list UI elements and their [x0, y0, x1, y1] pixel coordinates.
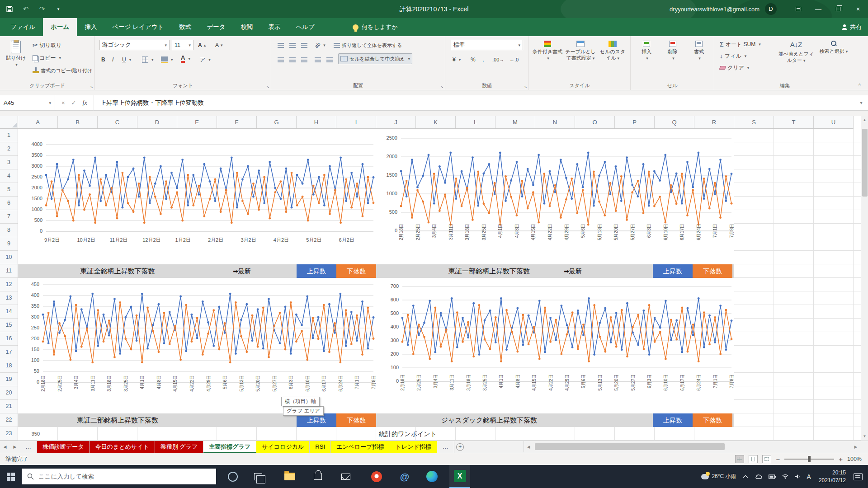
legend-up-cell[interactable]: 上昇数	[297, 264, 336, 278]
sheet-tab-7[interactable]: トレンド指標	[390, 441, 437, 453]
align-right-button[interactable]	[299, 54, 309, 65]
row-header-12[interactable]: 12	[0, 278, 18, 291]
chart-jasdaq[interactable]: 70060050040030020010002月18日2月25日3月4日3月11…	[376, 278, 734, 413]
delete-cells-button[interactable]: 削除▾	[660, 39, 685, 61]
sheet-tab-0[interactable]: 株価診断データ	[37, 441, 90, 453]
stat-note-cell[interactable]: 統計的ワンポイント	[379, 427, 437, 441]
row-header-17[interactable]: 17	[0, 346, 18, 359]
paste-button[interactable]: 貼り付け▾	[3, 39, 29, 68]
share-button[interactable]: 共有	[842, 18, 862, 36]
ribbon-tab-8[interactable]: ヘルプ	[288, 18, 322, 36]
show-desktop-button[interactable]	[866, 465, 868, 488]
horizontal-scroll-thumb[interactable]	[535, 443, 725, 450]
column-header-D[interactable]: D	[137, 116, 177, 128]
sheet-overflow-left[interactable]: …	[20, 441, 37, 453]
borders-button[interactable]: ▾	[140, 54, 156, 65]
sheet-nav-right-icon[interactable]: ▶	[10, 441, 20, 453]
insert-function-icon[interactable]: fx	[83, 99, 87, 107]
vertical-scroll-thumb[interactable]	[862, 129, 868, 197]
chart-title-tse-second[interactable]: 東証二部銘柄上昇数下落数	[18, 413, 217, 427]
increase-font-button[interactable]: A▴	[196, 40, 208, 51]
column-header-H[interactable]: H	[297, 116, 336, 128]
font-name-combo[interactable]: 游ゴシック▾	[99, 40, 170, 50]
row-header-20[interactable]: 20	[0, 386, 18, 400]
column-header-N[interactable]: N	[535, 116, 575, 128]
row-header-8[interactable]: 8	[0, 224, 18, 237]
align-dialog-launcher[interactable]: ↘	[440, 84, 443, 89]
red-app-button[interactable]	[366, 465, 387, 488]
column-header-S[interactable]: S	[734, 116, 774, 128]
row-header-21[interactable]: 21	[0, 400, 18, 413]
insert-cells-button[interactable]: 挿入▾	[634, 39, 659, 61]
onedrive-tray-icon[interactable]	[751, 465, 765, 488]
at-app-button[interactable]: @	[394, 465, 415, 488]
fill-button[interactable]: ↓フィル▾	[718, 51, 748, 61]
sheet-nav-left-icon[interactable]: ◀	[0, 441, 10, 453]
vertical-scrollbar[interactable]: ▲ ▼	[861, 116, 868, 441]
percent-button[interactable]: %	[469, 54, 477, 65]
weather-widget[interactable]: 26°C 小雨	[698, 465, 739, 488]
select-all-corner[interactable]	[0, 116, 18, 129]
ribbon-tab-6[interactable]: 校閲	[233, 18, 261, 36]
font-size-combo[interactable]: 11▾	[172, 40, 193, 50]
row-header-13[interactable]: 13	[0, 291, 18, 305]
tell-me-box[interactable]: 何をしますか	[353, 18, 398, 36]
merge-center-button[interactable]: セルを結合して中央揃え▾	[338, 53, 412, 64]
format-as-table-button[interactable]: テーブルとして書式設定▾	[564, 39, 597, 61]
normal-view-button[interactable]	[735, 455, 744, 463]
decrease-font-button[interactable]: A▾	[213, 40, 225, 51]
ribbon-tab-4[interactable]: 数式	[171, 18, 199, 36]
store-button[interactable]	[307, 465, 328, 488]
name-box[interactable]: A45▾	[0, 95, 55, 111]
row-header-4[interactable]: 4	[0, 169, 18, 183]
column-header-R[interactable]: R	[694, 116, 734, 128]
column-header-K[interactable]: K	[416, 116, 456, 128]
row-header-11[interactable]: 11	[0, 264, 18, 278]
row-header-14[interactable]: 14	[0, 305, 18, 319]
column-header-J[interactable]: J	[376, 116, 416, 128]
mail-button[interactable]	[335, 465, 356, 488]
column-header-U[interactable]: U	[814, 116, 854, 128]
sheet-tab-3[interactable]: 主要指標グラフ	[203, 441, 256, 453]
ribbon-tab-3[interactable]: ページ レイアウト	[104, 18, 171, 36]
account-email[interactable]: dryyourtearswithlove1@gmail.com	[670, 6, 760, 13]
zoom-slider[interactable]	[784, 459, 834, 460]
legend-down-cell[interactable]: 下落数	[693, 264, 732, 278]
scroll-down-icon[interactable]: ▼	[861, 432, 868, 441]
increase-indent-button[interactable]	[325, 54, 335, 65]
row-header-15[interactable]: 15	[0, 319, 18, 332]
column-header-M[interactable]: M	[495, 116, 535, 128]
ribbon-tab-7[interactable]: 表示	[261, 18, 288, 36]
decrease-indent-button[interactable]	[313, 54, 323, 65]
bold-button[interactable]: B	[99, 54, 109, 65]
italic-button[interactable]: I	[110, 54, 119, 65]
align-left-button[interactable]	[276, 54, 286, 65]
column-header-Q[interactable]: Q	[655, 116, 694, 128]
find-select-button[interactable]: 検索と選択▾	[816, 39, 851, 55]
column-header-C[interactable]: C	[98, 116, 137, 128]
chart-tse-all[interactable]: 400035003000250020001500100050009月2日10月2…	[18, 129, 376, 264]
collapse-ribbon-icon[interactable]: ^	[859, 83, 861, 88]
autosum-button[interactable]: Σオート SUM▾	[718, 39, 763, 50]
cortana-button[interactable]	[222, 465, 243, 488]
align-middle-button[interactable]	[288, 40, 297, 51]
conditional-formatting-button[interactable]: 条件付き書式▾	[532, 39, 563, 61]
fill-color-button[interactable]: ▾	[159, 54, 175, 65]
zoom-level[interactable]: 100%	[847, 456, 862, 462]
format-cells-button[interactable]: 書式▾	[687, 39, 711, 61]
phonetic-button[interactable]: ア▾	[198, 54, 212, 65]
legend-down-cell[interactable]: 下落数	[336, 264, 376, 278]
scroll-left-icon[interactable]: ◀	[524, 441, 533, 453]
column-header-O[interactable]: O	[575, 116, 615, 128]
formula-input[interactable]: 上昇率上位銘柄数・下降率上位変動数	[94, 99, 854, 107]
column-header-I[interactable]: I	[336, 116, 376, 128]
format-painter-button[interactable]: 書式のコピー/貼り付け	[31, 65, 94, 76]
sheet-tab-2[interactable]: 業種別 グラフ	[155, 441, 204, 453]
align-bottom-button[interactable]	[299, 40, 309, 51]
excel-taskbar-button[interactable]: X	[449, 465, 470, 488]
column-header-B[interactable]: B	[58, 116, 98, 128]
volume-tray-icon[interactable]	[792, 465, 804, 488]
scroll-right-icon[interactable]: ▶	[851, 441, 860, 453]
hidden-icons-chevron[interactable]	[740, 465, 751, 488]
sheet-overflow-right[interactable]: …	[437, 441, 454, 453]
